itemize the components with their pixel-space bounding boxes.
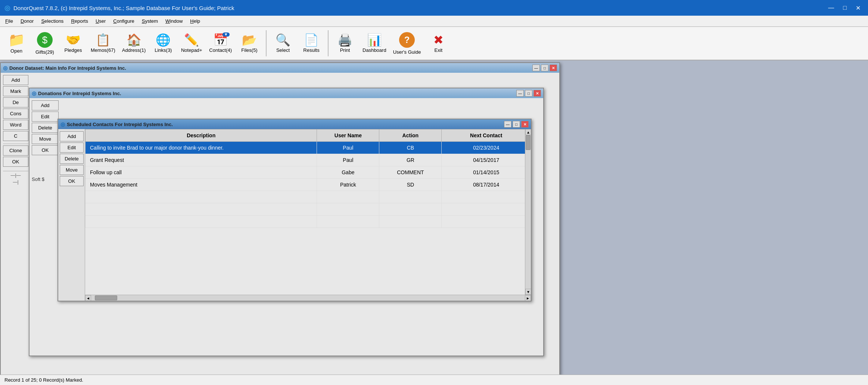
scroll-left-arrow[interactable]: ◄ [85, 295, 91, 301]
scheduled-minimize[interactable]: — [504, 121, 511, 128]
menu-bar: File Donor Selections Reports User Confi… [0, 16, 868, 27]
scheduled-ok-btn[interactable]: OK [60, 176, 84, 186]
scheduled-close[interactable]: ✕ [521, 121, 529, 128]
row1-action: CB [379, 142, 442, 154]
menu-user[interactable]: User [92, 17, 109, 25]
donor-dataset-window: ◎ Donor Dataset: Main Info For Intrepid … [0, 62, 560, 376]
table-row[interactable]: Moves Management Patrick SD 08/17/2014 [85, 179, 531, 191]
scroll-h-thumb[interactable] [95, 295, 117, 300]
vertical-scrollbar[interactable]: ▲ ▼ [525, 129, 531, 295]
donor-dataset-maximize[interactable]: □ [541, 65, 548, 71]
donations-close[interactable]: ✕ [533, 90, 541, 97]
scroll-down-arrow[interactable]: ▼ [525, 289, 531, 295]
menu-reports[interactable]: Reports [67, 17, 92, 25]
table-scroll-area[interactable]: Description User Name Action Next Contac… [85, 129, 531, 295]
scroll-thumb[interactable] [526, 135, 531, 150]
donations-delete-btn[interactable]: Delete [32, 123, 59, 133]
toolbar-separator-2 [328, 30, 329, 56]
menu-selections[interactable]: Selections [37, 17, 67, 25]
app-title: DonorQuest 7.8.2, (c) Intrepid Systems, … [13, 5, 234, 11]
menu-system[interactable]: System [138, 17, 162, 25]
toolbar-contact[interactable]: 📅 ▼ Contact(4) [206, 28, 234, 58]
scroll-right-arrow[interactable]: ► [525, 295, 531, 301]
toolbar-links-label: Links(3) [155, 47, 172, 53]
toolbar-notepad[interactable]: ✏️ Notepad+ [178, 28, 205, 58]
dataset-word-btn[interactable]: Word [3, 120, 28, 130]
col-description: Description [85, 129, 317, 142]
title-bar: ◎ DonorQuest 7.8.2, (c) Intrepid Systems… [0, 0, 868, 16]
toolbar-gifts[interactable]: $ Gifts(29) [31, 28, 58, 58]
toolbar-guide[interactable]: ? User's Guide [391, 28, 424, 58]
donations-icon: ◎ [32, 90, 36, 96]
donations-edit-btn[interactable]: Edit [32, 112, 59, 122]
scroll-up-arrow[interactable]: ▲ [525, 129, 531, 135]
main-area: ◎ Donor Dataset: Main Info For Intrepid … [0, 60, 868, 375]
notepad-icon: ✏️ [184, 34, 199, 46]
menu-help[interactable]: Help [186, 17, 204, 25]
minimize-button[interactable]: — [825, 4, 837, 12]
scroll-h-track[interactable] [91, 295, 525, 301]
table-row[interactable]: Follow up call Gabe COMMENT 01/14/2015 [85, 166, 531, 179]
scheduled-delete-btn[interactable]: Delete [60, 154, 84, 164]
horizontal-scrollbar[interactable]: ◄ ► [85, 295, 531, 301]
menu-file[interactable]: File [1, 17, 17, 25]
toolbar-address[interactable]: 🏠 Address(1) [119, 28, 149, 58]
dataset-ok-btn[interactable]: OK [3, 157, 28, 167]
toolbar: 📁 Open $ Gifts(29) 🤝 Pledges 📋 Memos(67)… [0, 27, 868, 60]
menu-configure[interactable]: Configure [109, 17, 138, 25]
toolbar-memos-label: Memos(67) [91, 47, 115, 53]
row4-action: SD [379, 179, 442, 191]
donor-dataset-close[interactable]: ✕ [550, 65, 557, 71]
scheduled-title: Scheduled Contacts For Intrepid Systems … [67, 122, 173, 127]
scheduled-window: ◎ Scheduled Contacts For Intrepid System… [57, 119, 532, 301]
row3-action: COMMENT [379, 166, 442, 179]
row2-action: GR [379, 154, 442, 166]
close-button[interactable]: ✕ [853, 4, 864, 12]
donations-content: Add Edit Delete Move OK ◎ Scheduled Cont… [29, 98, 543, 356]
donations-add-btn[interactable]: Add [32, 100, 59, 110]
table-row[interactable]: Calling to invite Brad to our major dono… [85, 142, 531, 154]
row2-username: Paul [317, 154, 379, 166]
toolbar-files[interactable]: 📂 Files(5) [236, 28, 263, 58]
scheduled-edit-btn[interactable]: Edit [60, 143, 84, 153]
scheduled-maximize[interactable]: □ [513, 121, 520, 128]
maximize-button[interactable]: □ [840, 4, 850, 12]
scroll-track[interactable] [525, 135, 531, 289]
donations-titlebar: ◎ Donations For Intrepid Systems Inc. — … [29, 88, 543, 98]
dataset-cons-btn[interactable]: Cons [3, 109, 28, 119]
print-icon: 🖨️ [337, 34, 352, 46]
dataset-de-btn[interactable]: De [3, 97, 28, 107]
scheduled-table: Description User Name Action Next Contac… [85, 129, 531, 228]
toolbar-memos[interactable]: 📋 Memos(67) [88, 28, 118, 58]
scheduled-add-btn[interactable]: Add [60, 131, 84, 141]
row1-description: Calling to invite Brad to our major dono… [85, 142, 317, 154]
toolbar-exit[interactable]: ✖ Exit [425, 28, 452, 58]
donations-title: Donations For Intrepid Systems Inc. [38, 91, 121, 96]
donations-maximize[interactable]: □ [525, 90, 532, 97]
toolbar-select[interactable]: 🔍 Select [270, 28, 296, 58]
menu-donor[interactable]: Donor [17, 17, 37, 25]
donor-dataset-content: Add Mark De Cons Word C Clone OK —|— —| … [1, 73, 559, 375]
toolbar-dashboard[interactable]: 📊 Dashboard [360, 28, 389, 58]
dataset-c-btn[interactable]: C [3, 131, 28, 141]
memos-icon: 📋 [96, 34, 111, 46]
dataset-mark-btn[interactable]: Mark [3, 86, 28, 96]
dataset-clone-btn[interactable]: Clone [3, 145, 28, 156]
donations-ok-btn[interactable]: OK [32, 145, 59, 155]
col-next-contact: Next Contact [442, 129, 531, 142]
scheduled-move-btn[interactable]: Move [60, 165, 84, 175]
toolbar-open[interactable]: 📁 Open [3, 28, 30, 58]
menu-window[interactable]: Window [162, 17, 186, 25]
dataset-add-btn[interactable]: Add [3, 75, 28, 85]
donations-move-btn[interactable]: Move [32, 134, 59, 144]
toolbar-print[interactable]: 🖨️ Print [332, 28, 358, 58]
toolbar-results[interactable]: 📄 Results [298, 28, 325, 58]
table-row[interactable]: Grant Request Paul GR 04/15/2017 [85, 154, 531, 166]
row1-next-contact: 02/23/2024 [442, 142, 531, 154]
status-text: Record 1 of 25; 0 Record(s) Marked. [4, 377, 83, 383]
toolbar-links[interactable]: 🌐 Links(3) [150, 28, 177, 58]
donations-minimize[interactable]: — [516, 90, 524, 97]
donor-dataset-minimize[interactable]: — [532, 65, 540, 71]
toolbar-pledges[interactable]: 🤝 Pledges [60, 28, 87, 58]
row3-description: Follow up call [85, 166, 317, 179]
